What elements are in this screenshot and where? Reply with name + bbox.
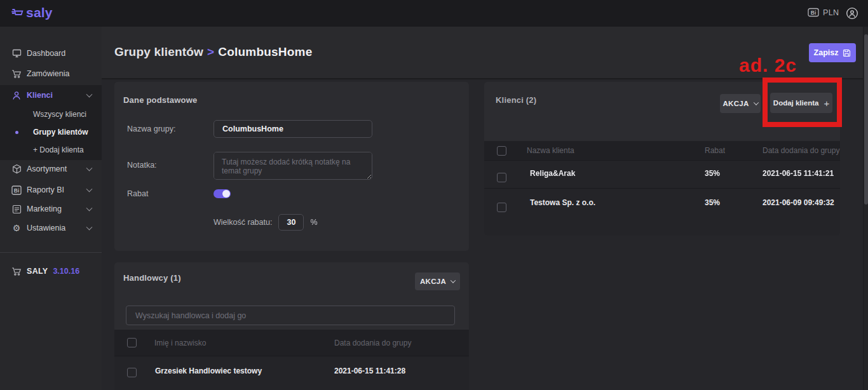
chevron-down-icon [86,205,93,212]
table-header-row: Nazwa klienta Rabat Data dodania do grup… [484,141,840,160]
svg-text:Bi: Bi [14,187,20,194]
breadcrumb-current: ColumbusHome [218,45,312,58]
save-button-label: Zapisz [814,48,839,57]
sidebar: Dashboard Zamówienia Klienci Wszyscy kli… [0,27,102,390]
row-checkbox[interactable] [127,368,137,377]
scrollbar-thumb[interactable] [864,34,868,205]
chevron-down-icon [86,165,93,171]
chevron-down-icon [451,278,456,283]
column-header: Nazwa klienta [527,146,574,155]
breadcrumb: Grupy klientów>ColumbusHome [114,45,312,59]
sidebar-item-label: Zamówienia [27,69,69,78]
sidebar-footer: SALY 3.10.16 [0,263,102,279]
document-icon [11,204,22,214]
select-all-checkbox[interactable] [497,146,506,156]
sidebar-item-asortyment[interactable]: Asortyment [0,159,102,179]
table-row: Grzesiek Handlowiec testowy 2021-06-15 1… [114,356,469,390]
klient-name: Testowa Sp. z o.o. [530,198,595,207]
app-name: SALY [27,267,48,276]
handlowcy-search-input[interactable] [126,306,455,325]
klienci-table: Nazwa klienta Rabat Data dodania do grup… [484,141,840,236]
sidebar-item-klienci[interactable]: Klienci [0,87,102,104]
table-header-row: Imię i nazwisko Data dodania do grupy [114,330,469,356]
rabat-label: Rabat [127,189,148,198]
klient-rabat: 35% [705,169,720,178]
bi-icon: Bi [11,185,22,195]
app-logo[interactable]: saly [11,5,53,20]
breadcrumb-separator: > [203,45,218,58]
topbar: saly Bi PLN [0,0,868,27]
logo-text: saly [26,5,53,20]
sidebar-subitem-wszyscy-klienci[interactable]: Wszyscy klienci [0,106,102,123]
nazwa-grupy-label: Nazwa grupy: [127,124,175,133]
klienci-akcja-button[interactable]: AKCJA [720,94,761,113]
annotation-text: ad. 2c [739,55,797,76]
sidebar-klienci-section: Klienci Wszyscy klienci Grupy klientów +… [0,85,102,160]
column-header: Data dodania do grupy [763,146,839,155]
klient-date: 2021-06-09 09:49:32 [763,198,834,207]
floppy-icon [843,49,851,57]
monitor-icon [11,48,22,58]
account-button[interactable] [846,7,858,20]
notatka-textarea[interactable] [214,152,372,180]
column-header: Data dodania do grupy [334,339,411,347]
table-footer [484,219,840,236]
klient-name: Religa&Arak [530,169,575,178]
currency-label: PLN [823,8,839,17]
wielkosc-rabatu-input[interactable] [278,214,304,231]
panel-title: Handlowcy (1) [123,273,181,283]
chevron-down-icon [86,224,93,231]
cart-icon [11,266,22,276]
breadcrumb-parent[interactable]: Grupy klientów [114,45,203,58]
svg-text:Bi: Bi [811,10,817,16]
wielkosc-rabatu-label: Wielkość rabatu: [214,218,272,227]
sidebar-subitem-dodaj-klienta[interactable]: + Dodaj klienta [0,142,102,158]
active-dot [15,131,18,134]
sidebar-item-label: Marketing [27,205,62,213]
column-header: Rabat [705,146,725,155]
annotation-rectangle [763,77,842,127]
klient-rabat: 35% [705,198,720,207]
gear-icon: ⚙ [11,223,22,233]
chevron-down-icon [86,186,93,192]
cart-icon [11,69,22,79]
sidebar-item-label: Asortyment [27,165,67,173]
scrollbar-track[interactable] [863,27,868,390]
wielkosc-rabatu-row: Wielkość rabatu: % [214,214,318,231]
nazwa-grupy-input[interactable] [214,120,372,138]
person-icon [11,90,22,100]
panel-title: Dane podstawowe [123,95,197,105]
sidebar-item-zamowienia[interactable]: Zamówienia [0,64,102,84]
row-checkbox[interactable] [497,173,506,182]
row-checkbox[interactable] [497,203,506,212]
chevron-down-icon [86,91,93,98]
sidebar-item-label: Ustawienia [27,224,65,232]
percent-suffix: % [310,218,317,227]
sidebar-subitem-grupy-klientow[interactable]: Grupy klientów [0,124,102,140]
sidebar-item-dashboard[interactable]: Dashboard [0,43,102,64]
sidebar-divider [0,252,102,253]
sidebar-item-label: Raporty BI [27,185,64,194]
sidebar-item-marketing[interactable]: Marketing [0,199,102,219]
toggle-knob [222,190,230,198]
notatka-label: Notatka: [127,161,157,170]
sidebar-item-ustawienia[interactable]: ⚙ Ustawienia [0,218,102,238]
table-row: Testowa Sp. z o.o. 35% 2021-06-09 09:49:… [484,188,840,219]
table-row: Religa&Arak 35% 2021-06-15 11:41:21 [484,160,840,188]
currency-icon: Bi [808,8,819,17]
sidebar-item-raporty-bi[interactable]: Bi Raporty BI [0,180,102,200]
klient-date: 2021-06-15 11:41:21 [763,169,834,178]
sidebar-item-label: Dashboard [27,49,65,58]
select-all-checkbox[interactable] [127,338,137,347]
rabat-toggle[interactable] [214,189,231,198]
panel-handlowcy: Handlowcy (1) AKCJA Imię i nazwisko Data… [114,262,469,390]
logo-cart-icon [11,6,24,20]
handlowcy-akcja-button[interactable]: AKCJA [415,272,460,290]
handlowiec-date: 2021-06-15 11:41:28 [334,366,405,375]
panel-dane-podstawowe: Dane podstawowe Nazwa grupy: Notatka: Ra… [114,82,469,251]
panel-title: Klienci (2) [496,95,536,105]
sidebar-item-label: Klienci [27,91,53,100]
column-header: Imię i nazwisko [154,339,206,347]
currency-selector[interactable]: Bi PLN [808,8,839,17]
save-button[interactable]: Zapisz [809,43,856,62]
